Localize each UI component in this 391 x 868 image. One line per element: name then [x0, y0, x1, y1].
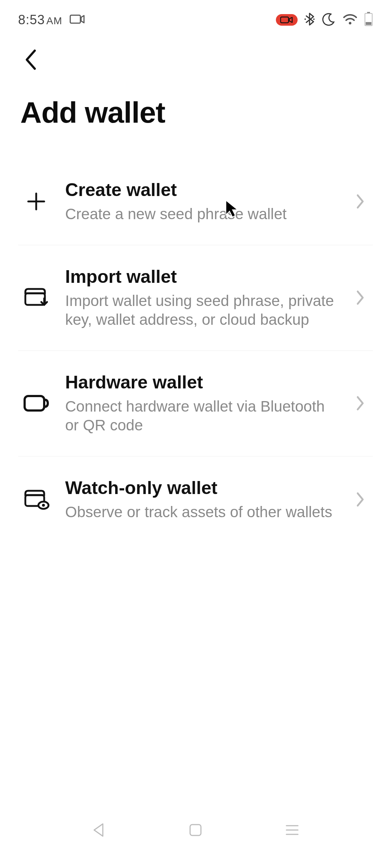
- wifi-icon: [342, 13, 358, 27]
- option-title: Watch-only wallet: [65, 477, 337, 498]
- svg-rect-0: [70, 15, 80, 23]
- app-header: [0, 36, 391, 85]
- svg-rect-1: [281, 17, 289, 23]
- nav-back-button[interactable]: [86, 817, 112, 843]
- svg-rect-11: [25, 396, 44, 410]
- system-navbar: [0, 807, 391, 854]
- status-time: 8:53AM: [18, 12, 62, 27]
- battery-icon: [364, 12, 373, 28]
- plus-icon: [22, 190, 51, 213]
- status-left: 8:53AM: [18, 12, 85, 27]
- svg-rect-15: [190, 825, 201, 835]
- nav-home-button[interactable]: [183, 817, 208, 843]
- bluetooth-icon: [304, 12, 315, 28]
- svg-point-4: [349, 22, 352, 25]
- svg-point-14: [42, 504, 45, 507]
- svg-point-2: [304, 18, 306, 20]
- option-title: Import wallet: [65, 266, 337, 287]
- screen-record-badge: [276, 14, 298, 26]
- svg-point-3: [313, 18, 315, 20]
- option-desc: Import wallet using seed phrase, private…: [65, 292, 337, 329]
- chevron-right-icon: [351, 289, 369, 307]
- option-desc: Create a new seed phrase wallet: [65, 205, 337, 224]
- option-title: Create wallet: [65, 179, 337, 200]
- page-title: Add wallet: [0, 85, 391, 158]
- nav-recent-button[interactable]: [279, 817, 305, 843]
- option-watch-only-wallet[interactable]: Watch-only wallet Observe or track asset…: [18, 456, 373, 543]
- status-ampm: AM: [46, 15, 62, 26]
- status-bar: 8:53AM: [0, 0, 391, 36]
- moon-dnd-icon: [321, 12, 336, 28]
- option-create-wallet[interactable]: Create wallet Create a new seed phrase w…: [18, 158, 373, 245]
- wallet-import-icon: [22, 286, 51, 309]
- option-desc: Connect hardware wallet via Bluetooth or…: [65, 397, 337, 435]
- watch-wallet-icon: [22, 489, 51, 510]
- chevron-right-icon: [351, 192, 369, 210]
- options-list: Create wallet Create a new seed phrase w…: [0, 158, 391, 542]
- chevron-right-icon: [351, 394, 369, 412]
- option-hardware-wallet[interactable]: Hardware wallet Connect hardware wallet …: [18, 351, 373, 456]
- option-title: Hardware wallet: [65, 372, 337, 393]
- back-button[interactable]: [22, 67, 40, 73]
- video-record-icon: [70, 14, 85, 26]
- option-desc: Observe or track assets of other wallets: [65, 503, 337, 522]
- status-time-value: 8:53: [18, 12, 45, 27]
- svg-rect-7: [366, 22, 371, 25]
- option-import-wallet[interactable]: Import wallet Import wallet using seed p…: [18, 245, 373, 351]
- hardware-wallet-icon: [22, 393, 51, 413]
- status-right: [276, 12, 373, 28]
- chevron-right-icon: [351, 490, 369, 509]
